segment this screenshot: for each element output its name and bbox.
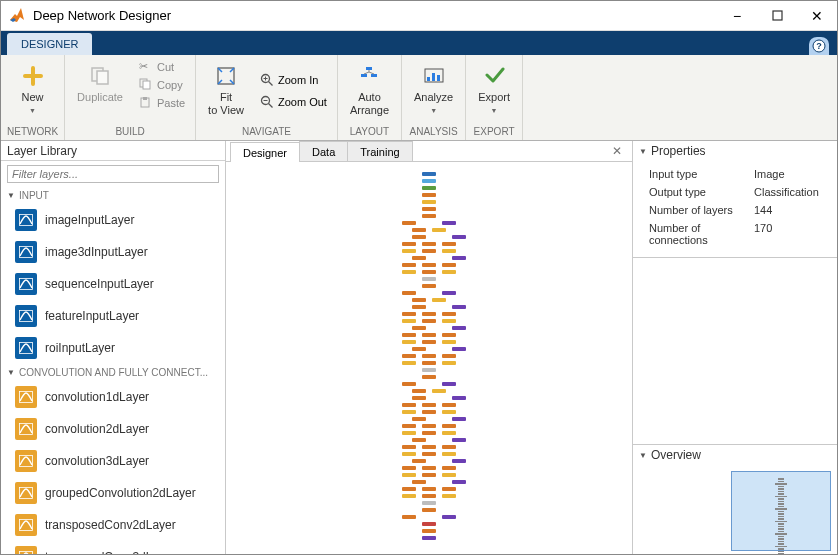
window-title: Deep Network Designer <box>33 8 717 23</box>
layer-item-label: transposedConv2dLayer <box>45 518 176 532</box>
layer-type-icon <box>15 305 37 327</box>
layer-item-label: transposedConv3dLayer <box>45 550 176 555</box>
collapse-icon: ▼ <box>639 147 647 156</box>
svg-rect-8 <box>143 97 147 100</box>
layer-type-icon <box>15 209 37 231</box>
overview-heading[interactable]: ▼Overview <box>633 445 837 465</box>
zoom-out-button[interactable]: Zoom Out <box>256 93 331 111</box>
ribbon-group-layout: Auto Arrange LAYOUT <box>338 55 402 140</box>
ribbon-group-network: New ▼ NETWORK <box>1 55 65 140</box>
zoom-in-icon <box>260 73 274 87</box>
auto-arrange-button[interactable]: Auto Arrange <box>344 58 395 124</box>
duplicate-button[interactable]: Duplicate <box>71 58 129 124</box>
layer-item-label: groupedConvolution2dLayer <box>45 486 196 500</box>
collapse-icon: ▼ <box>7 191 15 200</box>
duplicate-icon <box>88 64 112 88</box>
layer-item[interactable]: roiInputLayer <box>1 332 225 364</box>
export-button[interactable]: Export ▼ <box>472 58 516 124</box>
svg-rect-16 <box>427 77 430 81</box>
layer-type-icon <box>15 450 37 472</box>
layer-item[interactable]: convolution2dLayer <box>1 413 225 445</box>
svg-rect-0 <box>773 11 782 20</box>
ribbon-group-build: Duplicate ✂Cut Copy Paste BUILD <box>65 55 196 140</box>
right-panel: ▼Properties Input typeImageOutput typeCl… <box>632 141 837 555</box>
svg-rect-4 <box>97 71 108 84</box>
canvas-tabs: Designer Data Training ✕ <box>226 141 632 162</box>
layer-category[interactable]: ▼CONVOLUTION AND FULLY CONNECT... <box>1 364 225 381</box>
layer-item-label: convolution2dLayer <box>45 422 149 436</box>
property-value: Image <box>754 168 831 180</box>
layer-type-icon <box>15 482 37 504</box>
layer-item[interactable]: groupedConvolution2dLayer <box>1 477 225 509</box>
ribbon-group-analysis: Analyze ▼ ANALYSIS <box>402 55 466 140</box>
category-label: CONVOLUTION AND FULLY CONNECT... <box>19 367 208 378</box>
main-content: Layer Library ▼INPUTimageInputLayerimage… <box>1 141 837 555</box>
property-row: Number of connections170 <box>649 219 831 249</box>
cut-icon: ✂ <box>139 60 153 74</box>
ribbon-tabstrip: DESIGNER ? <box>1 31 837 55</box>
paste-button[interactable]: Paste <box>135 94 189 112</box>
property-key: Number of layers <box>649 204 754 216</box>
network-graph <box>339 172 519 543</box>
tab-designer[interactable]: Designer <box>230 142 300 162</box>
network-canvas[interactable] <box>226 162 632 555</box>
layer-item[interactable]: image3dInputLayer <box>1 236 225 268</box>
layer-item[interactable]: featureInputLayer <box>1 300 225 332</box>
svg-text:?: ? <box>816 41 822 51</box>
layer-item-label: featureInputLayer <box>45 309 139 323</box>
zoom-out-icon <box>260 95 274 109</box>
overview-panel: ▼Overview <box>633 444 837 555</box>
layer-item-label: convolution3dLayer <box>45 454 149 468</box>
maximize-button[interactable] <box>757 1 797 31</box>
tab-training[interactable]: Training <box>347 141 412 161</box>
layer-filter-input[interactable] <box>7 165 219 183</box>
copy-icon <box>139 78 153 92</box>
filter-container <box>7 165 219 183</box>
layer-item[interactable]: transposedConv3dLayer <box>1 541 225 555</box>
property-key: Input type <box>649 168 754 180</box>
svg-rect-17 <box>432 73 435 81</box>
layer-item-label: sequenceInputLayer <box>45 277 154 291</box>
svg-rect-13 <box>361 74 367 77</box>
svg-rect-18 <box>437 75 440 81</box>
new-button[interactable]: New ▼ <box>15 58 51 124</box>
layer-list[interactable]: ▼INPUTimageInputLayerimage3dInputLayerse… <box>1 187 225 555</box>
layer-library-title: Layer Library <box>1 141 225 161</box>
analyze-button[interactable]: Analyze ▼ <box>408 58 459 124</box>
clipboard-buttons: ✂Cut Copy Paste <box>135 58 189 124</box>
close-button[interactable]: ✕ <box>797 1 837 31</box>
layer-item[interactable]: imageInputLayer <box>1 204 225 236</box>
category-label: INPUT <box>19 190 49 201</box>
paste-icon <box>139 96 153 110</box>
svg-rect-14 <box>371 74 377 77</box>
layer-item[interactable]: sequenceInputLayer <box>1 268 225 300</box>
canvas-options-icon[interactable]: ✕ <box>612 144 622 158</box>
properties-heading[interactable]: ▼Properties <box>633 141 837 161</box>
svg-rect-12 <box>366 67 372 70</box>
zoom-buttons: Zoom In Zoom Out <box>256 58 331 124</box>
dropdown-caret-icon: ▼ <box>29 107 36 114</box>
svg-rect-6 <box>143 81 150 89</box>
property-key: Output type <box>649 186 754 198</box>
properties-panel: ▼Properties Input typeImageOutput typeCl… <box>633 141 837 258</box>
help-icon[interactable]: ? <box>809 37 829 55</box>
layer-item[interactable]: convolution3dLayer <box>1 445 225 477</box>
property-value: 170 <box>754 222 831 246</box>
canvas-area: Designer Data Training ✕ <box>226 141 632 555</box>
layer-type-icon <box>15 418 37 440</box>
layer-type-icon <box>15 514 37 536</box>
tab-data[interactable]: Data <box>299 141 348 161</box>
overview-body <box>633 465 837 555</box>
cut-button[interactable]: ✂Cut <box>135 58 189 76</box>
layer-category[interactable]: ▼INPUT <box>1 187 225 204</box>
layer-item[interactable]: convolution1dLayer <box>1 381 225 413</box>
zoom-in-button[interactable]: Zoom In <box>256 71 331 89</box>
copy-button[interactable]: Copy <box>135 76 189 94</box>
layer-type-icon <box>15 241 37 263</box>
minimize-button[interactable]: − <box>717 1 757 31</box>
layer-item[interactable]: transposedConv2dLayer <box>1 509 225 541</box>
properties-body: Input typeImageOutput typeClassification… <box>633 161 837 257</box>
overview-viewport[interactable] <box>731 471 831 551</box>
fit-to-view-button[interactable]: Fit to View <box>202 58 250 124</box>
ribbon-tab-designer[interactable]: DESIGNER <box>7 33 92 55</box>
